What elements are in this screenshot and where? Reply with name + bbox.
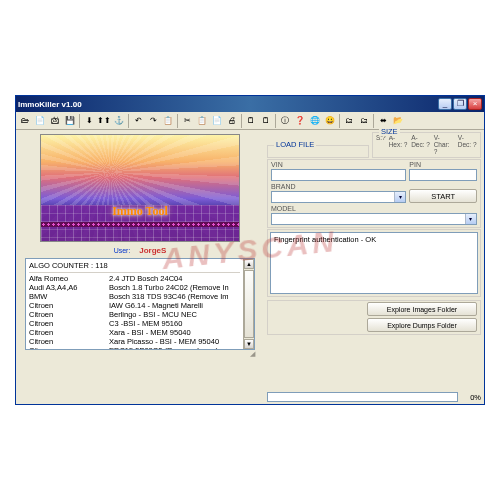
pin-input[interactable] xyxy=(409,169,477,181)
list-item[interactable]: CitroenXara - BSI - MEM 95040 xyxy=(29,328,240,337)
toolbar-button[interactable]: ⚓ xyxy=(112,114,126,128)
explore-dumps-button[interactable]: Explore Dumps Folder xyxy=(367,318,477,332)
group-size: SIZE xyxy=(379,127,400,136)
minimize-button[interactable]: _ xyxy=(438,98,452,110)
list-item[interactable]: BMWBosch 318 TDS 93C46 (Remove Im xyxy=(29,292,240,301)
scroll-down-icon[interactable]: ▼ xyxy=(244,339,254,349)
log-textarea[interactable]: Fingerprint authentication - OK xyxy=(270,232,478,294)
toolbar-button[interactable]: ⓘ xyxy=(278,114,292,128)
toolbar-button[interactable]: 🗒 xyxy=(244,114,258,128)
list-item[interactable]: Audi A3,A4,A6Bosch 1.8 Turbo 24C02 (Remo… xyxy=(29,283,240,292)
list-item[interactable]: Alfa Romeo2.4 JTD Bosch 24C04 xyxy=(29,274,240,283)
explore-images-button[interactable]: Explore Images Folder xyxy=(367,302,477,316)
resizer-grip[interactable]: ◢ xyxy=(25,350,255,358)
toolbar-button[interactable]: ⬇ xyxy=(82,114,96,128)
label-brand: BRAND xyxy=(271,183,406,190)
progress-bar xyxy=(267,392,458,402)
model-select[interactable]: ▾ xyxy=(271,213,477,225)
progress-percent: 0% xyxy=(461,393,481,402)
toolbar: 🗁📄🖄💾⬇⬆⬆⚓↶↷📋✂📋📄🖨🗒🗒ⓘ❓🌐😀🗂🗂⬌📂 xyxy=(16,112,484,130)
close-button[interactable]: × xyxy=(468,98,482,110)
toolbar-button[interactable]: 🗂 xyxy=(342,114,356,128)
toolbar-button[interactable]: ↷ xyxy=(146,114,160,128)
toolbar-button[interactable]: 🖨 xyxy=(225,114,239,128)
start-button[interactable]: START xyxy=(409,189,477,203)
label-model: MODEL xyxy=(271,205,477,212)
list-item[interactable]: CitroenIAW G6.14 - Magneti Marelli xyxy=(29,301,240,310)
label-vin: VIN xyxy=(271,161,406,168)
list-item[interactable]: CitroenXara Picasso - BSI - MEM 95040 xyxy=(29,337,240,346)
toolbar-button[interactable]: ⬆⬆ xyxy=(97,114,111,128)
splash-text: Immo Tool xyxy=(41,204,239,219)
scroll-up-icon[interactable]: ▲ xyxy=(244,259,254,269)
toolbar-button[interactable]: 📂 xyxy=(391,114,405,128)
chevron-down-icon: ▾ xyxy=(465,214,476,224)
toolbar-button[interactable]: ⬌ xyxy=(376,114,390,128)
splash-image: Immo Tool xyxy=(40,134,240,242)
toolbar-button[interactable]: 🖄 xyxy=(48,114,62,128)
toolbar-button[interactable]: 🗁 xyxy=(18,114,32,128)
scrollbar[interactable]: ▲ ▼ xyxy=(243,259,254,349)
list-item[interactable]: CitroenBerlingo - BSI - MCU NEC xyxy=(29,310,240,319)
group-loadfile: LOAD FILE xyxy=(274,140,316,149)
toolbar-button[interactable]: 😀 xyxy=(323,114,337,128)
toolbar-button[interactable]: 📄 xyxy=(33,114,47,128)
toolbar-button[interactable]: ❓ xyxy=(293,114,307,128)
list-item[interactable]: CitroenEDC15 5P08C3 (Remove Immo) xyxy=(29,346,240,350)
toolbar-button[interactable]: 🗂 xyxy=(357,114,371,128)
scroll-thumb[interactable] xyxy=(244,270,254,338)
user-line: User: JorgeS xyxy=(114,246,167,255)
list-item[interactable]: CitroenC3 -BSI - MEM 95160 xyxy=(29,319,240,328)
chevron-down-icon: ▾ xyxy=(394,192,405,202)
toolbar-button[interactable]: 🌐 xyxy=(308,114,322,128)
toolbar-button[interactable]: 📋 xyxy=(195,114,209,128)
toolbar-button[interactable]: 📄 xyxy=(210,114,224,128)
maximize-button[interactable]: ❐ xyxy=(453,98,467,110)
toolbar-button[interactable]: ✂ xyxy=(180,114,194,128)
toolbar-button[interactable]: ↶ xyxy=(131,114,145,128)
vin-input[interactable] xyxy=(271,169,406,181)
label-pin: PIN xyxy=(409,161,477,168)
window-title: ImmoKiller v1.00 xyxy=(18,100,437,109)
toolbar-button[interactable]: 🗒 xyxy=(259,114,273,128)
algo-listbox[interactable]: ALGO COUNTER : 118Alfa Romeo2.4 JTD Bosc… xyxy=(25,258,255,350)
toolbar-button[interactable]: 💾 xyxy=(63,114,77,128)
brand-select[interactable]: ▾ xyxy=(271,191,406,203)
toolbar-button[interactable]: 📋 xyxy=(161,114,175,128)
